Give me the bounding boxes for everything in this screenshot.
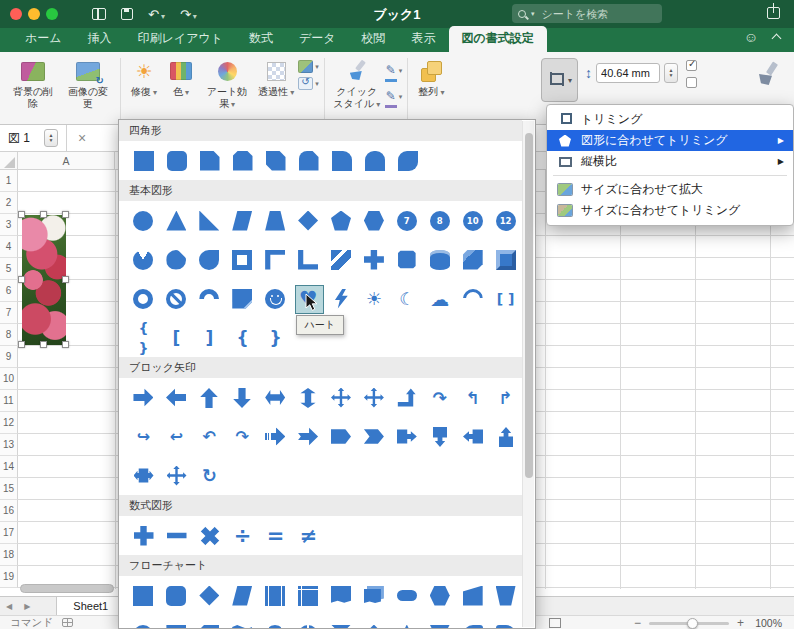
row-header-15[interactable]: 15 [0, 478, 18, 500]
shape-isosceles-triangle[interactable] [160, 204, 193, 237]
menu-item[interactable]: 縦横比▶ [547, 151, 793, 172]
shape-up-down-arrow[interactable] [292, 381, 325, 414]
shape-bevel[interactable] [489, 243, 522, 276]
row-header-13[interactable]: 13 [0, 434, 18, 456]
row-header-7[interactable]: 7 [0, 302, 18, 324]
artistic-effects-button[interactable]: アート効果 [200, 55, 254, 114]
select-all-corner[interactable] [0, 152, 18, 170]
shape-left-right-arrow[interactable] [259, 381, 292, 414]
normal-view-button[interactable] [549, 618, 561, 628]
save-button[interactable] [121, 8, 133, 20]
shape-rounded-rectangle[interactable] [160, 144, 193, 177]
shape-decagon[interactable]: 10 [456, 204, 489, 237]
compress-picture-button[interactable] [298, 60, 319, 73]
shape-snip-diagonal-corners[interactable] [259, 144, 292, 177]
change-picture-button[interactable]: 画像の変更 [61, 55, 115, 113]
shape-up-arrow-callout[interactable] [489, 420, 522, 453]
name-box[interactable] [0, 130, 44, 146]
shape-card[interactable] [193, 618, 226, 628]
shape-curved-down-arrow[interactable]: ↷ [226, 420, 259, 453]
zoom-window-button[interactable] [46, 8, 58, 20]
shape-multidocument[interactable] [357, 579, 390, 612]
shape-quad-arrow[interactable] [325, 381, 358, 414]
height-stepper[interactable]: ▲▼ [664, 63, 678, 83]
undo-button[interactable] [148, 5, 165, 23]
shape-sun[interactable]: ☀ [357, 282, 390, 315]
minimize-window-button[interactable] [28, 8, 40, 20]
column-header-a[interactable]: A [18, 152, 115, 170]
shape-quad-arrow-callout[interactable] [160, 459, 193, 492]
shape-sort[interactable] [357, 618, 390, 628]
gallery-scrollbar[interactable] [522, 121, 534, 627]
shape-donut[interactable] [127, 282, 160, 315]
resize-handle[interactable] [62, 341, 69, 348]
shape-bent-up-arrow[interactable]: ↱ [489, 381, 522, 414]
tab-review[interactable]: 校閲 [349, 26, 399, 52]
name-box-stepper[interactable]: ▲▼ [44, 129, 58, 147]
shape-curved-up-arrow[interactable]: ↶ [193, 420, 226, 453]
resize-handle[interactable] [62, 276, 69, 283]
resize-handle[interactable] [18, 211, 25, 218]
row-header-1[interactable]: 1 [0, 170, 18, 192]
shape-block-arc[interactable] [193, 282, 226, 315]
shape-cube[interactable] [456, 243, 489, 276]
row-header-3[interactable]: 3 [0, 214, 18, 236]
shape-stored-data[interactable] [456, 618, 489, 628]
shape-right-arrow[interactable] [127, 381, 160, 414]
menu-item[interactable]: サイズに合わせてトリミング [547, 200, 793, 221]
shape-merge[interactable] [423, 618, 456, 628]
shape-decision[interactable] [193, 579, 226, 612]
shape-predefined-process[interactable] [259, 579, 292, 612]
color-button[interactable]: 色 [163, 55, 199, 102]
shape-hexagon[interactable] [357, 204, 390, 237]
shape-no-symbol[interactable] [160, 282, 193, 315]
search-input[interactable] [540, 7, 656, 21]
shape-parallelogram[interactable] [226, 204, 259, 237]
shape-process[interactable] [127, 579, 160, 612]
selected-picture[interactable] [22, 215, 66, 345]
shape-pie[interactable] [127, 243, 160, 276]
resize-handle[interactable] [62, 211, 69, 218]
tab-picture-format[interactable]: 図の書式設定 [449, 26, 547, 52]
zoom-slider-knob[interactable] [687, 618, 698, 629]
shape-left-arrow[interactable] [160, 381, 193, 414]
shape-round-diagonal-corners[interactable] [391, 144, 424, 177]
shape-or[interactable] [292, 618, 325, 628]
shape-manual-input[interactable] [456, 579, 489, 612]
resize-handle[interactable] [40, 211, 47, 218]
shape-division[interactable]: ÷ [226, 519, 259, 552]
feedback-smiley-icon[interactable] [744, 28, 758, 46]
row-header-4[interactable]: 4 [0, 236, 18, 258]
shape-arc[interactable] [456, 282, 489, 315]
shape-moon[interactable]: ☾ [390, 282, 423, 315]
shape-right-triangle[interactable] [193, 204, 226, 237]
menu-item[interactable]: 図形に合わせてトリミング▶ [547, 130, 793, 151]
shape-circular-arrow[interactable]: ↻ [193, 459, 226, 492]
shape-smiley-face[interactable] [259, 282, 292, 315]
shape-alternate-process[interactable] [160, 579, 193, 612]
shape-summing-junction[interactable] [259, 618, 292, 628]
shape-pentagon-arrow[interactable] [325, 420, 358, 453]
shape-snip-single-corner[interactable] [193, 144, 226, 177]
menu-item[interactable]: サイズに合わせて拡大 [547, 179, 793, 200]
next-sheet-icon[interactable]: ▶ [18, 602, 36, 611]
shape-bent-arrow[interactable] [390, 381, 423, 414]
tab-home[interactable]: ホーム [12, 26, 75, 52]
search-box[interactable]: ▾ [512, 4, 662, 23]
shape-round-single-corner[interactable] [325, 144, 358, 177]
scrollbar-thumb[interactable] [525, 133, 533, 478]
shape-curved-left-arrow[interactable]: ↩ [160, 420, 193, 453]
shape-preparation[interactable] [423, 579, 456, 612]
shape-notched-right-arrow[interactable] [292, 420, 325, 453]
zoom-out-button[interactable]: − [634, 617, 641, 629]
shape-folded-corner[interactable] [226, 282, 259, 315]
reset-picture-button[interactable] [298, 77, 319, 90]
shape-right-bracket[interactable]: ] [193, 321, 226, 354]
shape-frame[interactable] [226, 243, 259, 276]
shape-striped-right-arrow[interactable] [259, 420, 292, 453]
share-icon[interactable] [767, 7, 780, 19]
zoom-slider[interactable] [649, 622, 729, 625]
shape-lightning-bolt[interactable] [325, 282, 358, 315]
row-header-8[interactable]: 8 [0, 324, 18, 346]
relative-size-checkbox[interactable] [686, 77, 697, 88]
